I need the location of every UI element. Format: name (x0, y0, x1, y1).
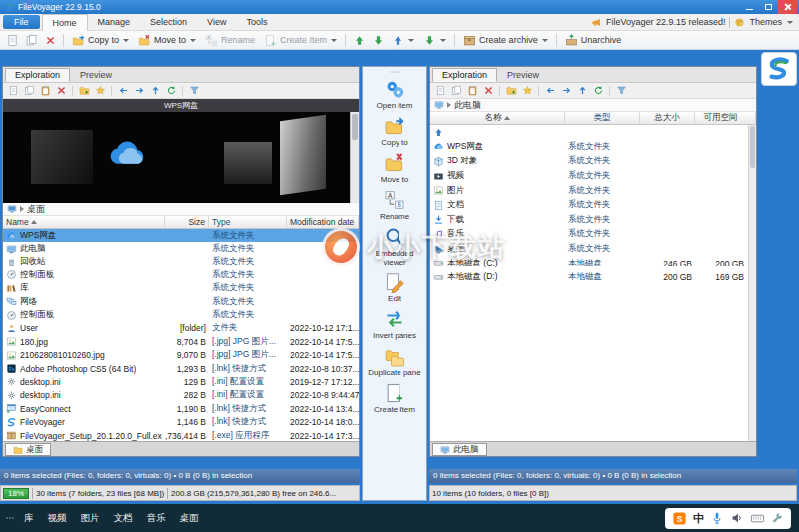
filter-icon[interactable] (187, 84, 201, 97)
ribbon-tab-selection[interactable]: Selection (140, 14, 197, 30)
column-header-1[interactable]: Size (165, 216, 209, 228)
microphone-icon[interactable] (710, 511, 724, 525)
column-header-0[interactable]: Name (3, 216, 165, 228)
close-button[interactable] (778, 0, 797, 14)
column-header-2[interactable]: 总大小 (640, 112, 695, 124)
ribbon-tab-home[interactable]: Home (42, 14, 88, 31)
move-to-button[interactable]: Move to (134, 33, 200, 48)
page-icon[interactable] (433, 84, 447, 97)
create-item-button[interactable]: Create Item (260, 33, 341, 48)
center-embedded-viewer-button[interactable]: Embedded viewer (364, 223, 425, 268)
table-row[interactable]: 本地磁盘 (C:)本地磁盘246 GB200 GB (430, 256, 756, 270)
back-icon[interactable] (543, 84, 557, 97)
table-row[interactable]: 下载系统文件夹 (430, 213, 756, 228)
table-row[interactable]: desktop.ini282 B[.ini] 配置设置2022-10-8 9:4… (3, 389, 359, 402)
uparrow-icon[interactable] (575, 84, 589, 97)
table-row[interactable]: 210628081010260.jpg9,070 B[.jpg] JPG 图片.… (3, 349, 359, 362)
minimize-button[interactable] (740, 0, 759, 14)
rename-button[interactable]: AB Rename (201, 33, 259, 48)
table-row[interactable]: 视频系统文件夹 (430, 169, 756, 184)
grip-icon[interactable] (363, 68, 426, 75)
taskbar-item-5[interactable]: 桌面 (180, 512, 199, 525)
table-row[interactable]: 音乐系统文件夹 (430, 227, 756, 242)
taskbar-item-1[interactable]: 视频 (48, 512, 67, 525)
delete-icon[interactable] (481, 84, 495, 97)
copy-to-button[interactable]: Copy to (68, 33, 133, 48)
table-row[interactable]: 180.jpg8,704 B[.jpg] JPG 图片...2022-10-14… (3, 335, 359, 348)
ribbon-tab-view[interactable]: View (197, 14, 236, 30)
sort-down-button[interactable] (419, 33, 450, 48)
table-row[interactable]: 3D 对象系统文件夹 (430, 154, 756, 169)
star-icon[interactable] (93, 84, 107, 97)
forward-icon[interactable] (132, 84, 146, 97)
create-archive-button[interactable]: Create archive (459, 33, 552, 48)
column-header-1[interactable]: 类型 (565, 112, 640, 124)
page-icon[interactable] (6, 84, 20, 97)
ribbon-tab-tools[interactable]: Tools (236, 14, 277, 30)
sogou-icon[interactable]: S (672, 511, 687, 526)
right-scrollbar[interactable] (748, 125, 756, 441)
folderplus-icon[interactable] (77, 84, 91, 97)
star-icon[interactable] (520, 84, 534, 97)
right-tab-preview[interactable]: Preview (497, 68, 549, 82)
release-note[interactable]: FileVoyager 22.9.15 released! (606, 17, 726, 27)
keyboard-icon[interactable] (750, 511, 765, 526)
pages-icon[interactable] (449, 84, 463, 97)
uparrow-icon[interactable] (148, 84, 162, 97)
delete-icon[interactable] (54, 84, 68, 97)
table-row[interactable]: User[folder]文件夹2022-10-12 17:1... (3, 322, 359, 335)
copy-document-icon[interactable] (22, 32, 40, 48)
left-breadcrumb[interactable]: 桌面 (3, 203, 359, 216)
table-row[interactable]: 桌面系统文件夹 (430, 242, 756, 257)
column-header-0[interactable]: 名称 (430, 112, 565, 124)
file-menu-button[interactable]: File (3, 15, 40, 29)
move-down-icon[interactable] (369, 32, 387, 48)
move-up-icon[interactable] (350, 32, 368, 48)
table-row[interactable]: 控制面板系统文件夹 (3, 308, 359, 321)
right-bottom-tab[interactable]: 此电脑 (432, 443, 487, 456)
ribbon-tab-manage[interactable]: Manage (88, 14, 141, 30)
center-create-item-button[interactable]: Create Item (364, 379, 425, 416)
center-duplicate-pane-button[interactable]: Duplicate pane (364, 342, 425, 379)
table-row[interactable]: FileVoyager1,146 B[.lnk] 快捷方式2022-10-14 … (3, 415, 359, 428)
center-invert-panes-button[interactable]: Invert panes (364, 305, 425, 342)
taskbar-item-0[interactable]: 库 (24, 512, 34, 525)
sort-up-button[interactable] (388, 33, 418, 48)
left-tab-preview[interactable]: Preview (70, 68, 122, 82)
new-document-icon[interactable] (3, 32, 21, 48)
unarchive-button[interactable]: Unarchive (561, 33, 626, 48)
forward-icon[interactable] (559, 84, 573, 97)
table-row[interactable]: WPS网盘系统文件夹 (3, 229, 359, 242)
taskbar-item-3[interactable]: 文档 (114, 512, 133, 525)
table-row[interactable]: WPS网盘系统文件夹 (430, 140, 756, 155)
left-tab-exploration[interactable]: Exploration (5, 68, 70, 82)
themes-button[interactable]: Themes (749, 17, 782, 27)
refresh-icon[interactable] (591, 84, 605, 97)
center-copy-to-button[interactable]: Copy to (364, 112, 425, 149)
table-row[interactable]: 本地磁盘 (D:)本地磁盘200 GB169 GB (430, 270, 756, 285)
center-edit-button[interactable]: Edit (364, 268, 425, 305)
maximize-button[interactable] (759, 0, 778, 14)
table-row[interactable]: 此电脑系统文件夹 (3, 242, 359, 255)
preview-scrollbar[interactable] (350, 112, 359, 203)
refresh-icon[interactable] (164, 84, 178, 97)
center-move-to-button[interactable]: Move to (364, 149, 425, 186)
column-header-2[interactable]: Type (209, 216, 287, 228)
table-row[interactable] (430, 125, 756, 140)
table-row[interactable]: 控制面板系统文件夹 (3, 268, 359, 281)
column-header-3[interactable]: Modification date (287, 216, 359, 228)
table-row[interactable]: desktop.ini129 B[.ini] 配置设置2019-12-7 17:… (3, 375, 359, 388)
center-open-item-button[interactable]: Open item (364, 75, 425, 112)
clipboard-icon[interactable] (38, 84, 52, 97)
column-header-3[interactable]: 可用空间 (695, 112, 756, 124)
table-row[interactable]: FileVoyager_Setup_20.1.20.0_Full.exe32,7… (3, 429, 359, 441)
filter-icon[interactable] (614, 84, 628, 97)
table-row[interactable]: PsAdobe Photoshop CS5 (64 Bit)1,293 B[.l… (3, 362, 359, 375)
table-row[interactable]: 文档系统文件夹 (430, 198, 756, 213)
ime-lang-button[interactable]: 中 (693, 511, 704, 526)
speaker-icon[interactable] (730, 511, 744, 525)
left-bottom-tab[interactable]: 桌面 (5, 443, 51, 456)
clipboard-icon[interactable] (465, 84, 479, 97)
taskbar-item-4[interactable]: 音乐 (147, 512, 166, 525)
center-rename-button[interactable]: ABRename (364, 186, 425, 223)
